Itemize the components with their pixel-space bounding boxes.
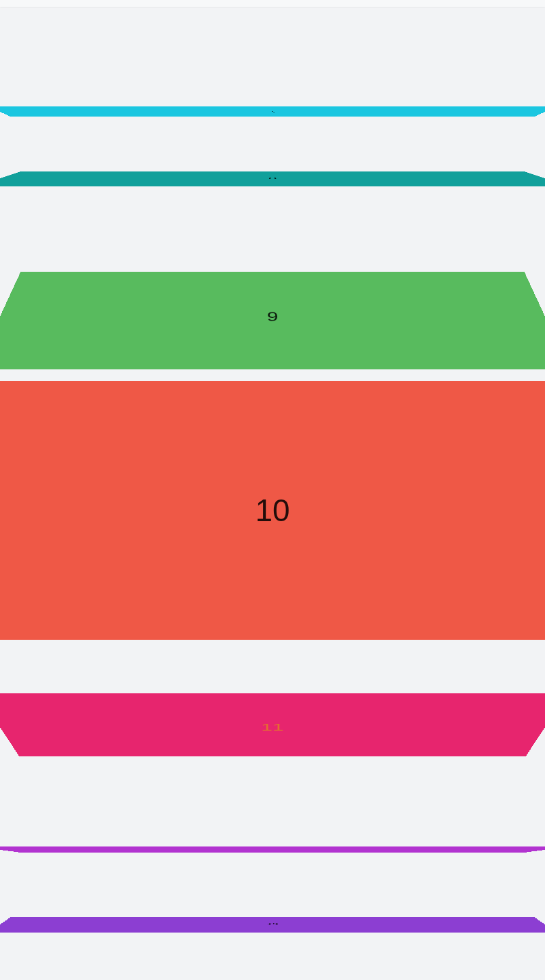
wheel-item[interactable]: 11 bbox=[0, 693, 545, 757]
wheel-item-label: 13 bbox=[267, 922, 279, 926]
wheel-item[interactable]: 7 bbox=[0, 106, 545, 117]
wheel-item[interactable]: 8 bbox=[0, 171, 545, 186]
wheel-item[interactable]: 12 bbox=[0, 846, 545, 853]
top-bar bbox=[0, 0, 545, 7]
wheel-item[interactable]: 9 bbox=[0, 272, 545, 369]
wheel-item-label: 11 bbox=[261, 721, 284, 733]
wheel-picker[interactable]: 78910111213 bbox=[0, 7, 545, 966]
wheel-item[interactable]: 13 bbox=[0, 917, 545, 933]
wheel-item[interactable]: 10 bbox=[0, 381, 545, 640]
wheel-item-label: 10 bbox=[255, 492, 289, 529]
wheel-item-label: 8 bbox=[268, 177, 277, 180]
wheel-item-label: 12 bbox=[264, 849, 281, 850]
wheel-item-label: 7 bbox=[270, 110, 275, 113]
wheel-item-label: 9 bbox=[267, 309, 279, 324]
